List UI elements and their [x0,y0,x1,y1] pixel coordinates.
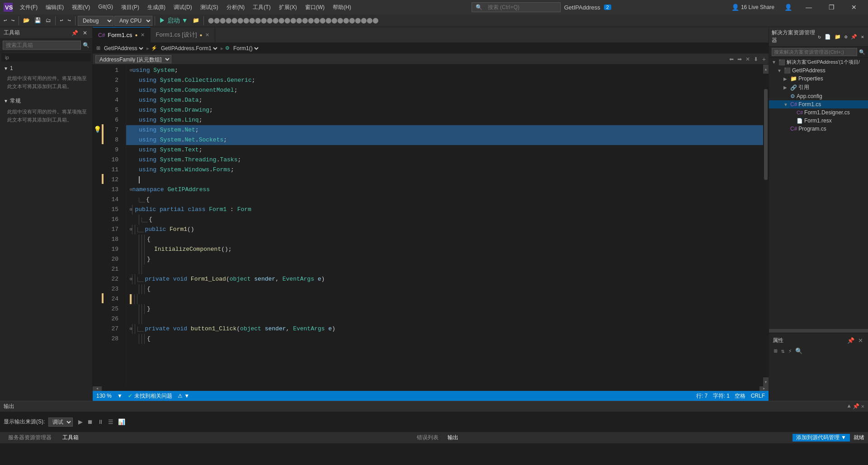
output-list-btn[interactable]: ☰ [106,418,115,426]
code-text-area[interactable]: ⊟ using System; using System.Collections… [126,65,763,386]
cpu-dropdown[interactable]: Any CPU [114,16,152,26]
tree-item-programcs[interactable]: ▶ C# Program.cs [769,125,868,133]
close-button[interactable]: ✕ [844,0,864,14]
output-play-btn[interactable]: ▶ [76,418,85,426]
breadcrumb-method-dropdown[interactable]: GetIPAddress.Form1 [159,45,219,52]
toolbar-forward-btn[interactable]: ↪ [9,16,16,25]
tree-item-form1cs[interactable]: ▼ C# Form1.cs [769,100,868,108]
output-arrow-up-btn[interactable]: ▲ [848,403,851,410]
code-editor[interactable]: 💡 [93,65,769,386]
toolbox-group-1-header[interactable]: ▼ 1 [0,64,92,73]
breadcrumb-member-dropdown[interactable]: Form1() [231,45,260,52]
output-close-btn[interactable]: ✕ [861,403,864,410]
toolbox-close-btn[interactable]: ✕ [81,29,89,37]
output-pin-btn[interactable]: 📌 [853,403,859,410]
tree-item-solution[interactable]: ▼ ⬛ 解决方案'GetIPAddress'(1个项目/ [769,58,868,66]
output-pause-btn[interactable]: ⏸ [96,418,105,426]
addr-icon-3[interactable]: ✕ [744,56,751,63]
tab-form1cs-design[interactable]: Form1.cs [设计] ● ✕ [151,27,215,43]
toolbar-open-btn[interactable]: 📂 [21,16,32,25]
scroll-track[interactable] [763,74,769,377]
tree-item-appconfig[interactable]: ▶ ⚙ App.config [769,92,868,100]
output-chart-btn[interactable]: 📊 [116,418,127,426]
scroll-thumb[interactable] [764,89,768,180]
toolbox-search-input[interactable] [3,41,81,50]
horizontal-scrollbar[interactable]: ◄ ► [93,386,769,391]
scroll-up-btn[interactable]: ▲ [763,65,769,74]
margin-line-7[interactable]: 💡 [93,124,102,134]
scroll-down-btn[interactable]: ▼ [763,377,769,386]
sol-pin-btn[interactable]: 📌 [849,33,859,40]
toolbar-undo-btn[interactable]: ↩ [58,16,65,25]
breadcrumb-class-dropdown[interactable]: GetIPAddress [102,45,145,52]
toolbar-back-btn[interactable]: ↩ [2,16,9,25]
toolbar-more-btns[interactable]: ⬤⬤⬤⬤⬤⬤⬤⬤⬤⬤⬤⬤⬤⬤⬤⬤⬤⬤⬤⬤⬤⬤⬤⬤⬤⬤⬤⬤⬤ [206,16,380,25]
menu-debug[interactable]: 调试(D) [170,3,196,12]
menu-file[interactable]: 文件(F) [16,3,41,12]
tree-item-form1designer[interactable]: ▶ C# Form1.Designer.cs [769,108,868,117]
vertical-scrollbar[interactable]: ▲ ▼ [763,65,769,386]
sol-sync-btn[interactable]: ↻ [816,33,822,40]
account-icon[interactable]: 👤 [782,3,795,12]
output-stop-btn[interactable]: ⏹ [85,418,95,426]
global-search-input[interactable] [484,2,557,12]
menu-tools[interactable]: 工具(T) [249,3,274,12]
toolbar-save-all-btn[interactable]: 🗂 [44,16,53,25]
tab-form1cs-design-close[interactable]: ✕ [205,32,209,38]
add-to-source-btn[interactable]: 添加到源代码管理 ▼ [793,434,850,442]
sol-new-folder-btn[interactable]: 📁 [833,33,842,40]
tree-item-form1resx[interactable]: ▶ 📄 Form1.resx [769,117,868,125]
props-grid-btn[interactable]: ⊞ [773,347,779,355]
tree-item-refs[interactable]: ▶ 🔗 引用 [769,83,868,92]
maximize-button[interactable]: ❐ [821,0,842,14]
menu-view[interactable]: 视图(V) [68,3,94,12]
props-search-btn[interactable]: 🔍 [794,347,804,355]
output-source-select[interactable]: 调试 [48,418,73,427]
addr-plus-btn[interactable]: + [762,56,766,63]
menu-git[interactable]: Git(G) [94,3,117,12]
errors-tab[interactable]: 错误列表 [412,432,443,443]
tree-item-properties[interactable]: ▶ 📁 Properties [769,75,868,83]
menu-analyze[interactable]: 分析(N) [223,3,249,12]
live-share-button[interactable]: 👤 16 Live Share [728,3,778,12]
notification-badge[interactable]: 2 [604,5,611,10]
menu-project[interactable]: 项目(P) [118,3,143,12]
menu-test[interactable]: 测试(S) [197,3,222,12]
props-event-btn[interactable]: ⚡ [787,347,793,355]
solution-h-scrollbar[interactable] [769,329,868,333]
tab-form1cs[interactable]: C# Form1.cs ● ✕ [93,27,151,43]
toolbar-redo-btn[interactable]: ↪ [66,16,73,25]
toolbox-pin-btn[interactable]: 📌 [70,29,80,37]
sol-close-btn[interactable]: ✕ [859,33,865,40]
tab-form1cs-close[interactable]: ✕ [141,32,145,38]
scroll-left-btn[interactable]: ◄ [93,386,102,391]
addr-icon-2[interactable]: ➡ [736,56,743,63]
menu-edit[interactable]: 编辑(E) [42,3,67,12]
menu-help[interactable]: 帮助(H) [329,3,355,12]
addr-icon-1[interactable]: ⬅ [728,56,735,63]
h-scroll-track[interactable] [102,387,760,390]
output-tab[interactable]: 输出 [443,432,463,443]
sol-new-file-btn[interactable]: 📄 [823,33,832,40]
toolbar-open-folder-btn[interactable]: 📁 [191,16,201,25]
address-family-dropdown[interactable]: AddressFamily [从元数组] [95,55,171,63]
menu-window[interactable]: 窗口(W) [302,3,328,12]
toolbar-save-btn[interactable]: 💾 [33,16,43,25]
server-explorer-tab[interactable]: 服务器资源管理器 [4,432,56,443]
toolbox-group-regular-header[interactable]: ▼ 常规 [0,96,92,106]
run-button[interactable]: ▶ 启动 ▼ [157,16,190,26]
scroll-right-btn[interactable]: ► [760,386,769,391]
menu-extensions[interactable]: 扩展(X) [275,3,301,12]
menu-build[interactable]: 生成(B) [144,3,169,12]
warning-dropdown[interactable]: ⚠ ▼ [178,393,189,399]
solution-explorer-search-input[interactable] [772,48,857,56]
props-pin-btn[interactable]: 📌 [846,337,856,344]
debug-config-dropdown[interactable]: Debug Release [78,16,113,26]
props-sort-btn[interactable]: ⇅ [780,347,786,355]
zoom-dropdown-icon[interactable]: ▼ [117,393,123,399]
tree-item-project[interactable]: ▼ ⬛ GetIPAddress [769,66,868,75]
sol-settings-btn[interactable]: ⚙ [843,33,849,40]
toolbox-bottom-tab[interactable]: 工具箱 [58,432,83,443]
minimize-button[interactable]: — [798,0,819,14]
addr-icon-4[interactable]: ⬇ [752,56,760,63]
